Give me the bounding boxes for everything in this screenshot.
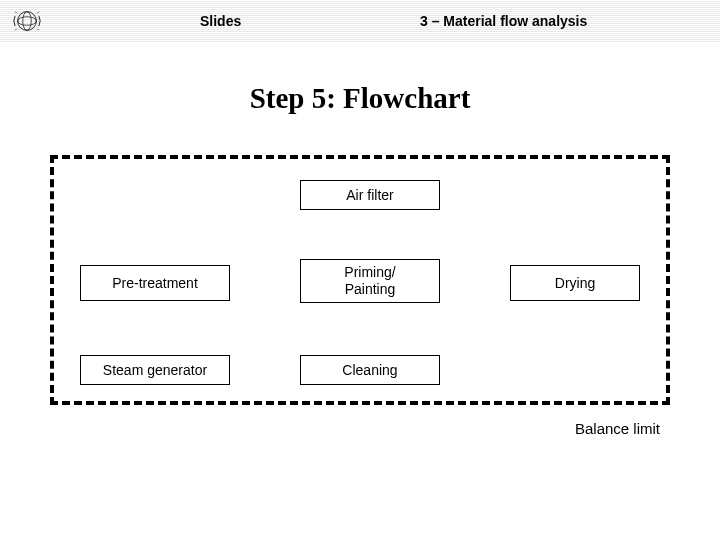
node-steam-generator: Steam generator bbox=[80, 355, 230, 385]
node-priming-painting: Priming/Painting bbox=[300, 259, 440, 303]
unido-logo-icon bbox=[10, 4, 44, 38]
svg-point-0 bbox=[18, 12, 37, 31]
node-air-filter: Air filter bbox=[300, 180, 440, 210]
node-pre-treatment: Pre-treatment bbox=[80, 265, 230, 301]
node-cleaning: Cleaning bbox=[300, 355, 440, 385]
slide-title: Step 5: Flowchart bbox=[0, 82, 720, 115]
balance-limit-label: Balance limit bbox=[575, 420, 660, 437]
header-slides-label: Slides bbox=[200, 13, 241, 29]
flowchart-diagram: Air filter Pre-treatment Priming/Paintin… bbox=[50, 155, 670, 415]
node-drying: Drying bbox=[510, 265, 640, 301]
header-topic-label: 3 – Material flow analysis bbox=[420, 13, 587, 29]
slide-header: Slides 3 – Material flow analysis bbox=[0, 0, 720, 42]
svg-point-2 bbox=[23, 12, 32, 31]
svg-point-1 bbox=[18, 17, 37, 26]
